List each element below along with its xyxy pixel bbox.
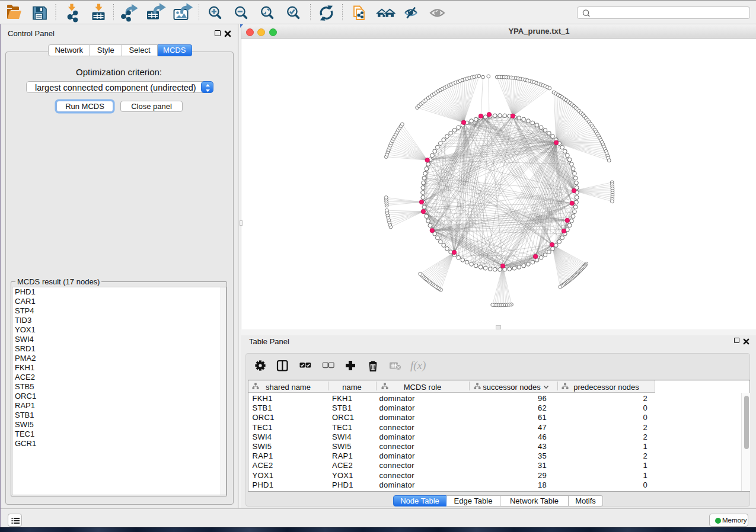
svg-text:f(x): f(x) — [410, 359, 426, 372]
